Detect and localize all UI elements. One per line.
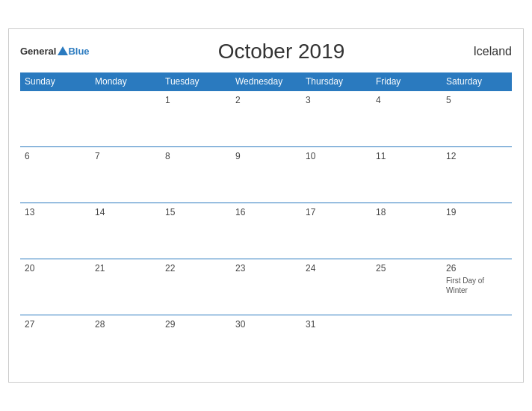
day-number: 29 (165, 319, 226, 330)
day-number: 12 (446, 151, 507, 161)
logo-general-text: General (20, 46, 56, 57)
day-number: 8 (165, 151, 226, 161)
week-row-0: 12345 (20, 90, 512, 146)
calendar-cell: 6 (20, 146, 90, 203)
day-number: 23 (235, 263, 297, 274)
calendar-cell: 30 (231, 315, 301, 371)
day-number: 1 (165, 95, 226, 105)
calendar-cell: 3 (301, 90, 371, 146)
calendar-cell (20, 90, 90, 146)
weekday-header-tuesday: Tuesday (161, 72, 231, 91)
calendar-cell: 17 (301, 203, 371, 259)
calendar-cell: 1 (161, 90, 231, 146)
calendar-cell: 26First Day of Winter (442, 259, 512, 315)
day-number: 26 (446, 263, 507, 274)
weekday-header-row: SundayMondayTuesdayWednesdayThursdayFrid… (20, 72, 512, 91)
day-number: 25 (376, 263, 437, 274)
day-number: 3 (306, 95, 367, 105)
logo: General Blue (20, 46, 90, 57)
day-number: 5 (446, 95, 507, 105)
calendar-cell: 25 (371, 259, 442, 315)
day-number: 13 (25, 207, 86, 217)
day-number: 21 (95, 263, 156, 274)
calendar-cell: 18 (371, 203, 442, 259)
day-number: 11 (376, 151, 437, 161)
day-number: 10 (306, 151, 367, 161)
weekday-header-saturday: Saturday (442, 72, 512, 91)
day-number: 16 (235, 207, 297, 217)
calendar-cell: 24 (301, 259, 371, 315)
calendar-cell: 31 (301, 315, 371, 371)
calendar-cell: 4 (371, 90, 442, 146)
calendar-table: SundayMondayTuesdayWednesdayThursdayFrid… (20, 72, 512, 371)
day-number: 19 (446, 207, 507, 217)
calendar-container: General Blue October 2019 Iceland Sunday… (8, 28, 524, 383)
weekday-header-wednesday: Wednesday (231, 72, 301, 91)
calendar-cell: 9 (231, 146, 301, 203)
logo-blue-text: Blue (68, 46, 89, 57)
day-number: 2 (235, 95, 297, 105)
week-row-4: 2728293031 (20, 315, 512, 371)
calendar-cell: 8 (161, 146, 231, 203)
calendar-cell (90, 90, 161, 146)
day-number: 30 (235, 319, 297, 330)
day-number: 18 (376, 207, 437, 217)
calendar-cell: 13 (20, 203, 90, 259)
calendar-cell: 5 (442, 90, 512, 146)
calendar-cell: 15 (161, 203, 231, 259)
day-number: 9 (235, 151, 297, 161)
day-number: 17 (306, 207, 367, 217)
weekday-header-friday: Friday (371, 72, 442, 91)
calendar-cell: 21 (90, 259, 161, 315)
calendar-title: October 2019 (90, 40, 474, 64)
calendar-cell: 23 (231, 259, 301, 315)
day-number: 14 (95, 207, 156, 217)
day-number: 20 (25, 263, 86, 274)
calendar-header: General Blue October 2019 Iceland (20, 37, 512, 67)
calendar-cell (442, 315, 512, 371)
calendar-cell: 16 (231, 203, 301, 259)
calendar-cell: 11 (371, 146, 442, 203)
calendar-cell: 20 (20, 259, 90, 315)
calendar-cell: 27 (20, 315, 90, 371)
calendar-cell: 19 (442, 203, 512, 259)
event-text: First Day of Winter (446, 276, 507, 295)
day-number: 27 (25, 319, 86, 330)
calendar-cell: 12 (442, 146, 512, 203)
day-number: 28 (95, 319, 156, 330)
logo-triangle-icon (58, 46, 68, 55)
day-number: 7 (95, 151, 156, 161)
calendar-cell (371, 315, 442, 371)
weekday-header-thursday: Thursday (301, 72, 371, 91)
weekday-header-sunday: Sunday (20, 72, 90, 91)
calendar-cell: 7 (90, 146, 161, 203)
weekday-header-monday: Monday (90, 72, 161, 91)
day-number: 6 (25, 151, 86, 161)
day-number: 31 (306, 319, 367, 330)
calendar-cell: 2 (231, 90, 301, 146)
week-row-1: 6789101112 (20, 146, 512, 203)
calendar-cell: 14 (90, 203, 161, 259)
day-number: 24 (306, 263, 367, 274)
day-number: 22 (165, 263, 226, 274)
calendar-cell: 29 (161, 315, 231, 371)
day-number: 4 (376, 95, 437, 105)
week-row-3: 20212223242526First Day of Winter (20, 259, 512, 315)
calendar-cell: 28 (90, 315, 161, 371)
calendar-cell: 10 (301, 146, 371, 203)
day-number: 15 (165, 207, 226, 217)
country-name: Iceland (473, 45, 512, 58)
week-row-2: 13141516171819 (20, 203, 512, 259)
calendar-cell: 22 (161, 259, 231, 315)
